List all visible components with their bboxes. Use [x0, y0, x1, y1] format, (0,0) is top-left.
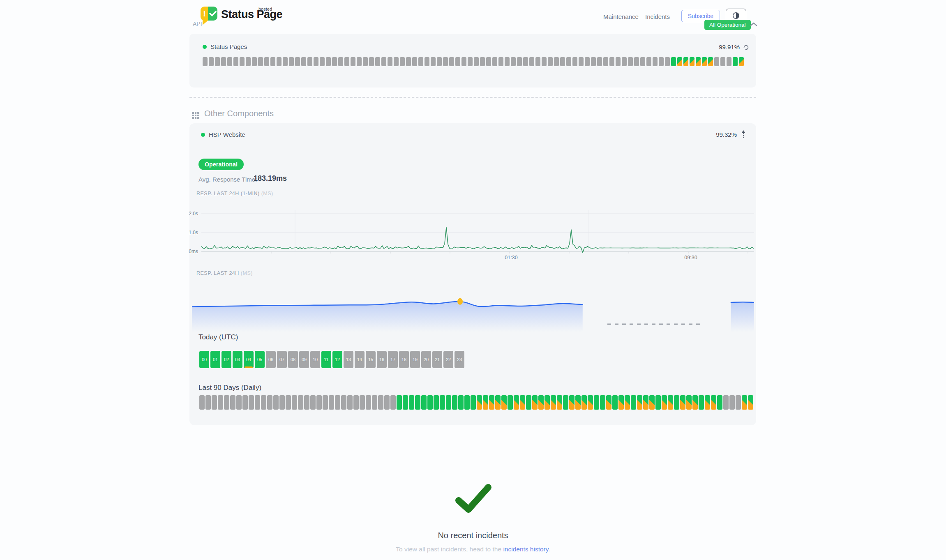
status-pages-card: Status Pages 99.91%: [189, 34, 756, 88]
hour-box-15: 15: [366, 351, 376, 368]
today-title: Today (UTC): [198, 333, 238, 341]
svg-text:0ms: 0ms: [189, 249, 198, 254]
svg-text:2.0s: 2.0s: [189, 211, 198, 217]
uptime-bar: [653, 57, 658, 66]
uptime-bar: [381, 57, 386, 66]
uptime-bar: [572, 57, 577, 66]
uptime-bar: [733, 57, 738, 66]
uptime-bar: [323, 395, 328, 410]
uptime-bar: [205, 395, 211, 410]
uptime-bar: [375, 57, 380, 66]
uptime-bar: [665, 57, 670, 66]
operational-status-pill: Operational: [198, 159, 244, 170]
status-dot-green: [203, 45, 207, 49]
uptime-bar: [566, 57, 571, 66]
uptime-bar: [508, 395, 513, 410]
uptime-bar: [575, 395, 581, 410]
uptime-bar: [517, 57, 522, 66]
uptime-bar: [316, 395, 322, 410]
uptime-bar: [246, 57, 251, 66]
uptime-bar: [199, 395, 205, 410]
hour-box-18: 18: [399, 351, 409, 368]
uptime-bar: [249, 395, 254, 410]
uptime-bar: [714, 57, 719, 66]
uptime-bar: [548, 57, 553, 66]
uptime-bar: [409, 395, 414, 410]
incidents-history-text: To view all past incidents, head to the …: [0, 546, 946, 553]
uptime-bar: [634, 57, 639, 66]
uptime-bar: [347, 395, 353, 410]
uptime-bar: [292, 395, 297, 410]
svg-text:01:30: 01:30: [505, 255, 517, 260]
uptime-bar: [662, 395, 667, 410]
uptime-bar: [671, 57, 676, 66]
uptime-bar: [286, 395, 291, 410]
hour-box-19: 19: [410, 351, 420, 368]
component-name: HSP Website: [209, 131, 245, 138]
uptime-bar: [425, 57, 429, 66]
uptime-bar: [372, 395, 377, 410]
uptime-bar: [443, 57, 448, 66]
hour-box-01: 01: [210, 351, 220, 368]
uptime-bar: [492, 57, 497, 66]
uptime-bar: [329, 395, 334, 410]
uptime-bar: [646, 57, 651, 66]
uptime-bar: [545, 395, 550, 410]
svg-text:09:30: 09:30: [684, 255, 697, 260]
uptime-bar: [212, 395, 217, 410]
uptime-bar: [616, 57, 621, 66]
chart2-title: RESP. LAST 24H (MS): [196, 270, 253, 276]
uptime-bar: [674, 395, 679, 410]
uptime-bar: [736, 395, 741, 410]
all-operational-badge[interactable]: All Operational: [704, 20, 751, 30]
uptime-bar: [563, 395, 568, 410]
uptime-bar: [739, 57, 744, 66]
uptime-bar: [668, 395, 673, 410]
uptime-bar: [727, 57, 731, 66]
uptime-bar: [477, 395, 482, 410]
hour-box-11: 11: [321, 351, 331, 368]
uptime-bar: [579, 57, 584, 66]
uptime-bar: [431, 57, 436, 66]
hour-box-16: 16: [377, 351, 387, 368]
uptime-bar: [535, 57, 540, 66]
nav-incidents[interactable]: Incidents: [645, 13, 670, 20]
uptime-bar: [511, 57, 516, 66]
uptime-bar: [332, 57, 337, 66]
uptime-bar: [529, 57, 534, 66]
incidents-history-link[interactable]: incidents history: [503, 546, 548, 553]
collapse-chevron-up-icon[interactable]: [750, 21, 758, 29]
uptime-bar: [357, 57, 362, 66]
chart1-title-text: RESP. LAST 24H (1-MIN): [196, 191, 260, 196]
footer-text-suffix: .: [548, 546, 550, 553]
uptime-bar: [625, 395, 630, 410]
uptime-bar: [261, 395, 266, 410]
uptime-bar: [609, 57, 614, 66]
uptime-bar: [406, 57, 411, 66]
hour-box-12: 12: [332, 351, 342, 368]
uptime-bar: [600, 395, 605, 410]
uptime-bar: [397, 395, 402, 410]
logo-exclamation: !: [201, 7, 208, 21]
uptime-bar: [236, 395, 242, 410]
uptime-bar: [495, 395, 501, 410]
uptime-bar: [233, 57, 238, 66]
uptime-bar: [597, 57, 602, 66]
uptime-bar: [369, 57, 374, 66]
hour-box-08: 08: [288, 351, 298, 368]
refresh-icon[interactable]: [743, 44, 749, 52]
uptime-bar: [692, 395, 698, 410]
uptime-bar: [458, 395, 464, 410]
uptime-bar: [264, 57, 269, 66]
uptime-bar: [748, 395, 753, 410]
uptime-bar: [277, 57, 281, 66]
uptime-bar: [655, 395, 661, 410]
uptime-bar: [631, 395, 636, 410]
nav-maintenance[interactable]: Maintenance: [603, 13, 639, 20]
uptime-bar: [569, 395, 575, 410]
hour-box-04: 04: [244, 351, 254, 368]
no-recent-incidents-title: No recent incidents: [0, 531, 946, 540]
section-title-other-components: Other Components: [204, 109, 274, 118]
uptime-bar: [520, 395, 525, 410]
hour-box-22: 22: [443, 351, 453, 368]
